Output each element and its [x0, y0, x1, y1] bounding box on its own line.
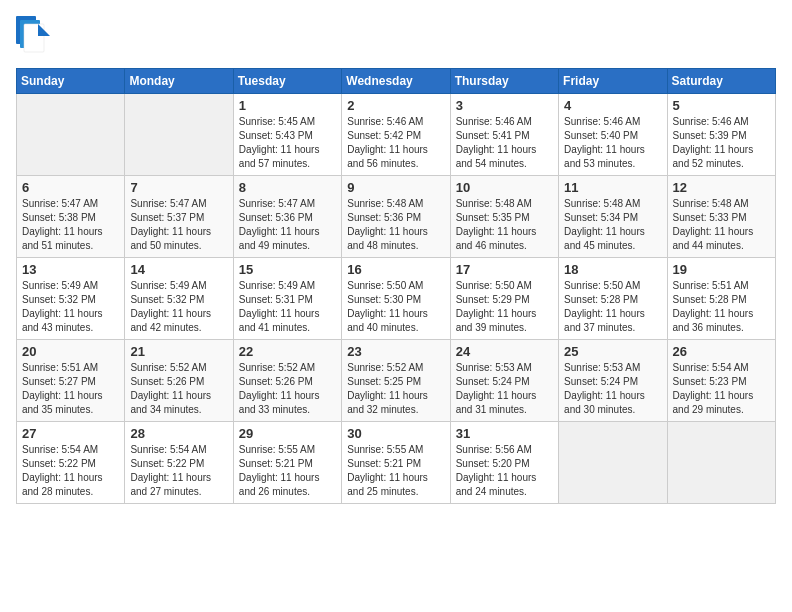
calendar-cell: 4 Sunrise: 5:46 AM Sunset: 5:40 PM Dayli…: [559, 94, 667, 176]
calendar-cell: 24 Sunrise: 5:53 AM Sunset: 5:24 PM Dayl…: [450, 340, 558, 422]
sunset-label: Sunset: 5:21 PM: [239, 458, 313, 469]
sunset-label: Sunset: 5:23 PM: [673, 376, 747, 387]
daylight-label: Daylight: 11 hours and 42 minutes.: [130, 308, 211, 333]
day-number: 27: [22, 426, 119, 441]
daylight-label: Daylight: 11 hours and 51 minutes.: [22, 226, 103, 251]
sunset-label: Sunset: 5:36 PM: [239, 212, 313, 223]
sunset-label: Sunset: 5:28 PM: [564, 294, 638, 305]
sunset-label: Sunset: 5:32 PM: [130, 294, 204, 305]
sunset-label: Sunset: 5:22 PM: [130, 458, 204, 469]
weekday-header-saturday: Saturday: [667, 69, 775, 94]
calendar-cell: [17, 94, 125, 176]
sunset-label: Sunset: 5:31 PM: [239, 294, 313, 305]
day-number: 13: [22, 262, 119, 277]
calendar-cell: 13 Sunrise: 5:49 AM Sunset: 5:32 PM Dayl…: [17, 258, 125, 340]
sunset-label: Sunset: 5:20 PM: [456, 458, 530, 469]
day-number: 8: [239, 180, 336, 195]
day-number: 15: [239, 262, 336, 277]
sunset-label: Sunset: 5:36 PM: [347, 212, 421, 223]
day-info: Sunrise: 5:56 AM Sunset: 5:20 PM Dayligh…: [456, 443, 553, 499]
calendar-cell: 15 Sunrise: 5:49 AM Sunset: 5:31 PM Dayl…: [233, 258, 341, 340]
calendar-cell: 1 Sunrise: 5:45 AM Sunset: 5:43 PM Dayli…: [233, 94, 341, 176]
day-info: Sunrise: 5:50 AM Sunset: 5:30 PM Dayligh…: [347, 279, 444, 335]
day-number: 6: [22, 180, 119, 195]
daylight-label: Daylight: 11 hours and 25 minutes.: [347, 472, 428, 497]
calendar-cell: [125, 94, 233, 176]
sunset-label: Sunset: 5:41 PM: [456, 130, 530, 141]
daylight-label: Daylight: 11 hours and 26 minutes.: [239, 472, 320, 497]
calendar-cell: 25 Sunrise: 5:53 AM Sunset: 5:24 PM Dayl…: [559, 340, 667, 422]
calendar-cell: [559, 422, 667, 504]
sunset-label: Sunset: 5:38 PM: [22, 212, 96, 223]
sunrise-label: Sunrise: 5:50 AM: [456, 280, 532, 291]
sunrise-label: Sunrise: 5:51 AM: [673, 280, 749, 291]
daylight-label: Daylight: 11 hours and 45 minutes.: [564, 226, 645, 251]
daylight-label: Daylight: 11 hours and 28 minutes.: [22, 472, 103, 497]
calendar-cell: 16 Sunrise: 5:50 AM Sunset: 5:30 PM Dayl…: [342, 258, 450, 340]
day-number: 26: [673, 344, 770, 359]
day-number: 2: [347, 98, 444, 113]
calendar-cell: 29 Sunrise: 5:55 AM Sunset: 5:21 PM Dayl…: [233, 422, 341, 504]
sunset-label: Sunset: 5:21 PM: [347, 458, 421, 469]
day-info: Sunrise: 5:54 AM Sunset: 5:22 PM Dayligh…: [22, 443, 119, 499]
daylight-label: Daylight: 11 hours and 29 minutes.: [673, 390, 754, 415]
day-info: Sunrise: 5:47 AM Sunset: 5:38 PM Dayligh…: [22, 197, 119, 253]
calendar-cell: 19 Sunrise: 5:51 AM Sunset: 5:28 PM Dayl…: [667, 258, 775, 340]
day-number: 31: [456, 426, 553, 441]
calendar-cell: 18 Sunrise: 5:50 AM Sunset: 5:28 PM Dayl…: [559, 258, 667, 340]
daylight-label: Daylight: 11 hours and 41 minutes.: [239, 308, 320, 333]
day-info: Sunrise: 5:55 AM Sunset: 5:21 PM Dayligh…: [347, 443, 444, 499]
daylight-label: Daylight: 11 hours and 46 minutes.: [456, 226, 537, 251]
calendar-cell: 12 Sunrise: 5:48 AM Sunset: 5:33 PM Dayl…: [667, 176, 775, 258]
calendar-cell: 17 Sunrise: 5:50 AM Sunset: 5:29 PM Dayl…: [450, 258, 558, 340]
sunrise-label: Sunrise: 5:46 AM: [564, 116, 640, 127]
day-number: 10: [456, 180, 553, 195]
day-number: 22: [239, 344, 336, 359]
calendar-week-row: 13 Sunrise: 5:49 AM Sunset: 5:32 PM Dayl…: [17, 258, 776, 340]
sunset-label: Sunset: 5:25 PM: [347, 376, 421, 387]
day-number: 5: [673, 98, 770, 113]
day-number: 9: [347, 180, 444, 195]
calendar-cell: 28 Sunrise: 5:54 AM Sunset: 5:22 PM Dayl…: [125, 422, 233, 504]
day-info: Sunrise: 5:52 AM Sunset: 5:26 PM Dayligh…: [239, 361, 336, 417]
day-number: 18: [564, 262, 661, 277]
sunset-label: Sunset: 5:27 PM: [22, 376, 96, 387]
sunrise-label: Sunrise: 5:46 AM: [673, 116, 749, 127]
weekday-header-monday: Monday: [125, 69, 233, 94]
weekday-header-tuesday: Tuesday: [233, 69, 341, 94]
sunset-label: Sunset: 5:33 PM: [673, 212, 747, 223]
logo-icon: [16, 16, 52, 58]
sunrise-label: Sunrise: 5:49 AM: [130, 280, 206, 291]
calendar-cell: [667, 422, 775, 504]
calendar-cell: 21 Sunrise: 5:52 AM Sunset: 5:26 PM Dayl…: [125, 340, 233, 422]
sunset-label: Sunset: 5:43 PM: [239, 130, 313, 141]
daylight-label: Daylight: 11 hours and 24 minutes.: [456, 472, 537, 497]
daylight-label: Daylight: 11 hours and 50 minutes.: [130, 226, 211, 251]
sunrise-label: Sunrise: 5:50 AM: [347, 280, 423, 291]
calendar-cell: 30 Sunrise: 5:55 AM Sunset: 5:21 PM Dayl…: [342, 422, 450, 504]
day-info: Sunrise: 5:46 AM Sunset: 5:41 PM Dayligh…: [456, 115, 553, 171]
day-info: Sunrise: 5:52 AM Sunset: 5:26 PM Dayligh…: [130, 361, 227, 417]
sunrise-label: Sunrise: 5:56 AM: [456, 444, 532, 455]
day-number: 12: [673, 180, 770, 195]
day-info: Sunrise: 5:45 AM Sunset: 5:43 PM Dayligh…: [239, 115, 336, 171]
calendar-week-row: 27 Sunrise: 5:54 AM Sunset: 5:22 PM Dayl…: [17, 422, 776, 504]
weekday-header-row: SundayMondayTuesdayWednesdayThursdayFrid…: [17, 69, 776, 94]
calendar-cell: 6 Sunrise: 5:47 AM Sunset: 5:38 PM Dayli…: [17, 176, 125, 258]
daylight-label: Daylight: 11 hours and 27 minutes.: [130, 472, 211, 497]
calendar-week-row: 6 Sunrise: 5:47 AM Sunset: 5:38 PM Dayli…: [17, 176, 776, 258]
daylight-label: Daylight: 11 hours and 39 minutes.: [456, 308, 537, 333]
daylight-label: Daylight: 11 hours and 34 minutes.: [130, 390, 211, 415]
sunrise-label: Sunrise: 5:49 AM: [22, 280, 98, 291]
sunset-label: Sunset: 5:28 PM: [673, 294, 747, 305]
sunrise-label: Sunrise: 5:49 AM: [239, 280, 315, 291]
day-number: 25: [564, 344, 661, 359]
page-header: [16, 16, 776, 58]
day-info: Sunrise: 5:46 AM Sunset: 5:39 PM Dayligh…: [673, 115, 770, 171]
calendar-cell: 7 Sunrise: 5:47 AM Sunset: 5:37 PM Dayli…: [125, 176, 233, 258]
day-number: 17: [456, 262, 553, 277]
sunrise-label: Sunrise: 5:48 AM: [456, 198, 532, 209]
daylight-label: Daylight: 11 hours and 44 minutes.: [673, 226, 754, 251]
calendar-cell: 22 Sunrise: 5:52 AM Sunset: 5:26 PM Dayl…: [233, 340, 341, 422]
calendar-cell: 26 Sunrise: 5:54 AM Sunset: 5:23 PM Dayl…: [667, 340, 775, 422]
